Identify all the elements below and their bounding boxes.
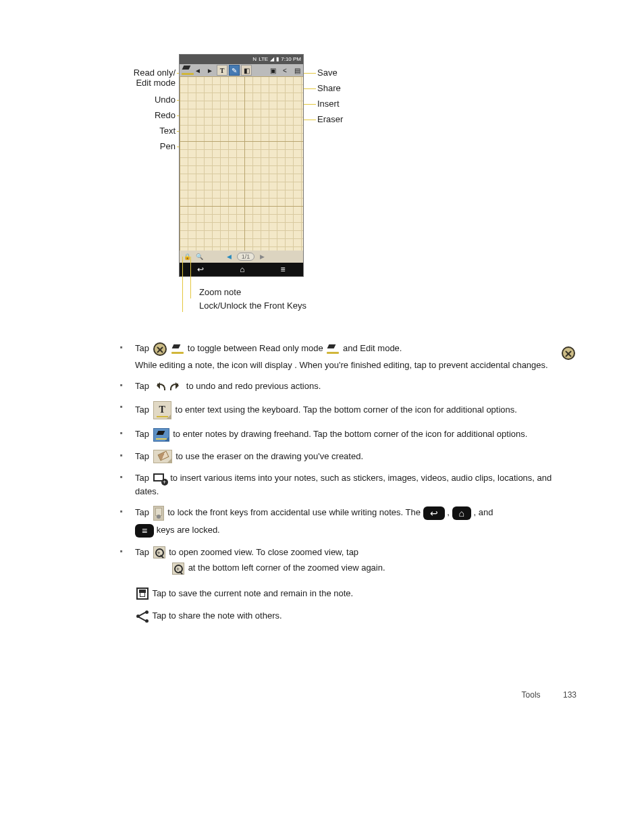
eraser-tool-icon [153,450,172,463]
item-share: Tap to share the note with others. [108,609,576,623]
item-readonly-edit: Tap to toggle between Read only mode and… [108,338,576,375]
notebook-figure: Read only/ Edit mode Undo Redo Text Pen … [115,54,466,321]
tb-undo-icon[interactable]: ◄ [192,65,203,76]
notebook-options-list: Tap to toggle between Read only mode and… [108,338,576,579]
page-footer: Tools 133 [0,663,644,727]
share-icon [136,610,149,623]
nav-back-icon[interactable]: ↩ [197,265,204,274]
tb-share-icon[interactable]: < [279,65,290,76]
back-softkey-icon: ↩ [423,506,445,520]
tb-edit-icon[interactable] [180,65,191,76]
item-undo-redo: Tap to undo and redo previous actions. [108,375,576,397]
zoom-icon: + [153,546,165,558]
note-toolbar: ◄ ► T ✎ ◧ ▣ < ▤ [180,64,303,76]
label-share: Share [317,83,341,93]
bb-zoom-icon[interactable]: 🔍 [194,252,204,261]
note-canvas[interactable] [180,76,303,251]
home-softkey-icon: ⌂ [452,506,471,520]
edit-pencil-icon [171,344,184,354]
status-bar: N LTE ◢ ▮ 7:10 PM [180,55,303,64]
no-edit-icon [562,346,575,360]
item-zoom: Tap + to open zoomed view. To close zoom… [108,542,576,579]
save-icon [136,588,149,600]
redo-icon [170,382,182,392]
bb-prev-icon[interactable]: ◀ [225,252,234,261]
footer-section: Tools [522,690,541,700]
label-text: Text [111,126,176,136]
label-undo: Undo [111,95,176,105]
insert-icon: + [153,473,167,484]
edit-pencil-icon [327,344,339,354]
item-lock: Tap to lock the front keys from accident… [108,502,576,542]
text-tool-icon: T [153,401,171,420]
tb-redo-icon[interactable]: ► [205,65,215,76]
item-text: Tap T to enter text using the keyboard. … [108,397,576,424]
caption-lock: Lock/Unlock the Front Keys [199,301,306,311]
page-counter: 1/1 [237,253,255,261]
undo-icon [153,382,165,392]
label-insert: Insert [317,99,340,109]
signal-icon: ◢ [270,57,274,62]
lock-icon [153,506,164,521]
caption-zoom: Zoom note [199,287,241,297]
nfc-icon: N [252,57,257,62]
label-eraser: Eraser [317,114,343,124]
label-pen: Pen [111,141,176,151]
item-insert: Tap + to insert various items into your … [108,467,576,502]
label-redo: Redo [111,110,176,120]
footer-page: 133 [563,690,576,700]
tb-pen-icon[interactable]: ✎ [229,65,240,76]
tb-text-icon[interactable]: T [217,65,227,76]
item-save: Tap to save the current note and remain … [108,587,576,600]
tb-insert-icon[interactable]: ▣ [267,65,278,76]
status-time: 7:10 PM [281,57,301,62]
network-label: LTE [259,57,268,62]
menu-softkey-icon: ≡ [135,524,154,538]
nav-home-icon[interactable]: ⌂ [240,265,244,274]
item-eraser: Tap to use the eraser on the drawing you… [108,446,576,468]
label-save: Save [317,68,338,78]
android-navbar: ↩ ⌂ ≡ [180,263,303,276]
zoom-icon: + [172,563,184,575]
tb-eraser-icon[interactable]: ◧ [241,65,252,76]
bottom-toolbar: 🔒 🔍 ◀ 1/1 ▶ [180,251,303,263]
bb-next-icon[interactable]: ▶ [257,252,267,261]
tb-save-icon[interactable]: ▤ [292,65,302,76]
pen-tool-icon [153,428,169,442]
nav-menu-icon[interactable]: ≡ [281,265,286,274]
battery-icon: ▮ [276,57,279,62]
item-pen: Tap to enter notes by drawing freehand. … [108,423,576,446]
no-edit-icon [153,342,167,356]
phone-mock: N LTE ◢ ▮ 7:10 PM ◄ ► T ✎ ◧ ▣ < ▤ 🔒 [179,54,304,277]
label-readonly: Read only/ Edit mode [68,68,176,88]
